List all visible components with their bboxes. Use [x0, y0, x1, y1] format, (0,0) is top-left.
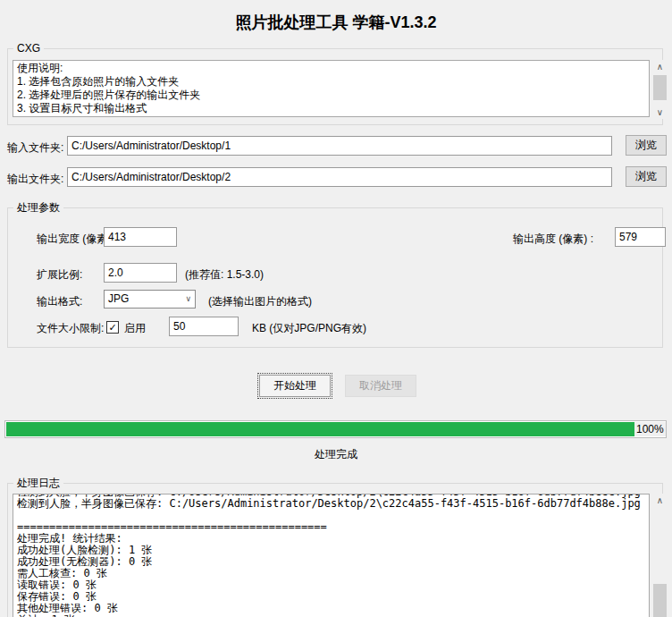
- log-line: 需人工核查: 0 张: [17, 568, 645, 579]
- checkmark-icon: ✓: [108, 322, 116, 333]
- chevron-down-icon: ∨: [185, 291, 191, 308]
- format-select[interactable]: JPG ∨: [104, 290, 196, 308]
- log-line: 成功处理(人脸检测): 1 张: [17, 545, 645, 556]
- output-height-field[interactable]: 579: [615, 227, 666, 247]
- params-group: 处理参数 输出宽度 (像素) : 413 输出高度 (像素) : 579 扩展比…: [7, 207, 663, 348]
- size-limit-hint: KB (仅对JPG/PNG有效): [252, 322, 366, 334]
- output-folder-field[interactable]: C:/Users/Administrator/Desktop/2: [67, 167, 612, 187]
- instructions-scrollbar[interactable]: ∧ ∨: [652, 60, 668, 119]
- log-line: 其他处理错误: 0 张: [17, 603, 645, 614]
- log-group: 处理日志 检测到人脸，半身图像已保存: C:/Users/Administrat…: [7, 483, 663, 617]
- status-text: 处理完成: [0, 447, 672, 462]
- log-line: 检测到人脸，半身图像已保存: C:/Users/Administrator/De…: [17, 498, 645, 510]
- start-button[interactable]: 开始处理: [259, 375, 331, 397]
- output-height-label: 输出高度 (像素) :: [513, 232, 593, 245]
- size-limit-checkbox[interactable]: ✓: [106, 321, 119, 334]
- size-limit-enable-label: 启用: [124, 322, 146, 334]
- instructions-textarea[interactable]: 使用说明: 1. 选择包含原始照片的输入文件夹 2. 选择处理后的照片保存的输出…: [13, 60, 650, 117]
- log-content: 检测到人脸，半身图像已保存: C:/Users/Administrator/De…: [17, 494, 645, 617]
- instructions-scrollbar-thumb[interactable]: [653, 75, 667, 100]
- input-folder-field[interactable]: C:/Users/Administrator/Desktop/1: [67, 136, 612, 156]
- cancel-button[interactable]: 取消处理: [345, 375, 416, 397]
- format-select-value: JPG: [108, 292, 129, 305]
- progress-bar: [4, 420, 667, 438]
- instructions-line: 1. 选择包含原始照片的输入文件夹: [17, 75, 645, 89]
- input-folder-label: 输入文件夹:: [7, 141, 63, 154]
- instructions-line: 2. 选择处理后的照片保存的输出文件夹: [17, 89, 645, 102]
- scale-label: 扩展比例:: [37, 268, 82, 281]
- log-textarea[interactable]: 检测到人脸，半身图像已保存: C:/Users/Administrator/De…: [13, 494, 650, 617]
- app-window: { "app": { "title": "照片批处理工具 学籍-V1.3.2" …: [0, 0, 672, 617]
- size-limit-label: 文件大小限制:: [37, 322, 104, 334]
- scroll-up-icon[interactable]: ∧: [652, 494, 668, 507]
- log-line: 读取错误: 0 张: [17, 579, 645, 591]
- input-browse-button[interactable]: 浏览: [626, 135, 667, 156]
- log-scrollbar-thumb[interactable]: [653, 584, 667, 617]
- format-hint: (选择输出图片的格式): [208, 295, 312, 308]
- log-scrollbar[interactable]: ∧: [652, 494, 668, 617]
- size-limit-field[interactable]: 50: [169, 317, 239, 336]
- progress-fill: [6, 422, 665, 436]
- scroll-up-icon[interactable]: ∧: [652, 60, 668, 73]
- log-line: 成功处理(无检测器): 0 张: [17, 556, 645, 568]
- log-line: [17, 510, 645, 521]
- instructions-line: 3. 设置目标尺寸和输出格式: [17, 102, 645, 115]
- scale-hint: (推荐值: 1.5-3.0): [185, 268, 264, 281]
- output-width-field[interactable]: 413: [104, 227, 177, 247]
- format-label: 输出格式:: [37, 295, 82, 308]
- output-folder-label: 输出文件夹:: [7, 173, 63, 185]
- log-line: ========================================…: [17, 521, 645, 533]
- instructions-group-label: CXG: [13, 42, 44, 55]
- output-browse-button[interactable]: 浏览: [626, 166, 667, 187]
- instructions-line: 使用说明:: [17, 62, 645, 75]
- params-group-label: 处理参数: [13, 201, 63, 214]
- log-line: 处理完成! 统计结果:: [17, 533, 645, 545]
- page-title: 照片批处理工具 学籍-V1.3.2: [0, 12, 672, 33]
- log-group-label: 处理日志: [13, 477, 63, 489]
- log-line: 保存错误: 0 张: [17, 591, 645, 603]
- instructions-group: CXG 使用说明: 1. 选择包含原始照片的输入文件夹 2. 选择处理后的照片保…: [7, 48, 663, 125]
- progress-percent-label: 100%: [634, 422, 666, 436]
- scale-field[interactable]: 2.0: [104, 263, 177, 283]
- scroll-down-icon[interactable]: ∨: [652, 106, 668, 119]
